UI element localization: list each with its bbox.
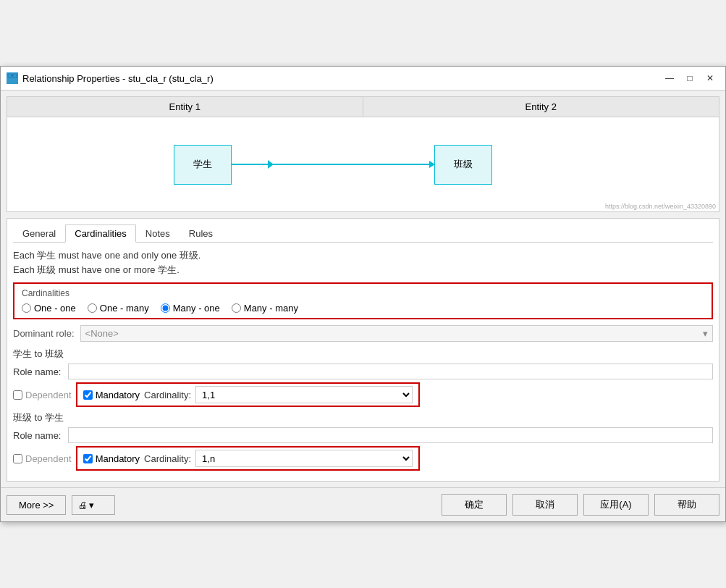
section2-mandatory-highlighted: Mandatory Cardinality: 1,n 0,1 1,1 0,n <box>76 446 420 471</box>
dominant-role-row: Dominant role: <None> ▾ <box>13 325 713 342</box>
cancel-button[interactable]: 取消 <box>512 494 578 516</box>
section2-role-name-input[interactable] <box>68 427 713 443</box>
section2-role-label: Role name: <box>13 430 64 441</box>
tab-notes[interactable]: Notes <box>136 224 180 243</box>
dropdown-arrow-icon: ▾ <box>703 328 708 339</box>
section2-dependent-label[interactable]: Dependent <box>13 453 72 464</box>
section2-label: 班级 to 学生 <box>13 411 713 424</box>
dominant-role-value: <None> <box>85 328 119 339</box>
section1-cardinality-field: 1,1 0,1 1,n 0,n <box>195 386 413 403</box>
cardinalities-label: Cardinalities <box>22 288 704 298</box>
content-area: General Cardinalities Notes Rules Each 学… <box>7 218 719 482</box>
entity1-label: 学生 <box>193 158 212 171</box>
radio-one-one[interactable]: One - one <box>22 303 76 314</box>
more-button[interactable]: More >> <box>7 495 66 515</box>
section2-cardinality-field: 1,n 0,1 1,1 0,n <box>195 450 413 467</box>
section1-role-label: Role name: <box>13 366 64 377</box>
title-buttons: — □ ✕ <box>660 71 719 85</box>
apply-button[interactable]: 应用(A) <box>583 494 649 516</box>
dominant-role-label: Dominant role: <box>13 328 75 339</box>
entity2-label: 班级 <box>454 158 473 171</box>
tabs: General Cardinalities Notes Rules <box>13 224 713 243</box>
section2-role-name-row: Role name: <box>13 427 713 443</box>
section2-cardinality-label: Cardinality: <box>144 453 191 464</box>
print-button[interactable]: 🖨 ▾ <box>72 495 115 515</box>
help-button[interactable]: 帮助 <box>654 494 719 516</box>
print-icon: 🖨 <box>78 500 88 511</box>
section2: 班级 to 学生 Role name: Dependent Mandatory … <box>13 411 713 471</box>
tab-rules[interactable]: Rules <box>180 224 222 243</box>
description-line2: Each 班级 must have one or more 学生. <box>13 263 713 277</box>
section1: 学生 to 班级 Role name: Dependent Mandatory … <box>13 348 713 407</box>
cardinalities-box: Cardinalities One - one One - many Many … <box>13 282 713 319</box>
main-window: Relationship Properties - stu_cla_r (stu… <box>0 66 726 522</box>
section2-mandatory-checkbox[interactable] <box>83 454 93 463</box>
watermark: https://blog.csdn.net/weixin_43320890 <box>605 203 716 210</box>
bottom-bar: More >> 🖨 ▾ 确定 取消 应用(A) 帮助 <box>1 487 725 521</box>
section1-cardinality-label: Cardinality: <box>144 390 191 400</box>
section1-mandatory-checkbox[interactable] <box>83 390 93 400</box>
section1-dependent-checkbox[interactable] <box>13 390 22 400</box>
window-title: Relationship Properties - stu_cla_r (stu… <box>22 73 214 84</box>
svg-rect-1 <box>13 74 17 77</box>
section2-dependent-checkbox[interactable] <box>13 454 22 463</box>
dominant-role-dropdown[interactable]: <None> ▾ <box>80 325 713 342</box>
section2-cardinality-select[interactable]: 1,n 0,1 1,1 0,n <box>195 450 413 467</box>
diagram-header: Entity 1 Entity 2 <box>7 97 719 117</box>
section1-role-name-input[interactable] <box>68 364 713 379</box>
cardinality-radio-group: One - one One - many Many - one Many - m… <box>22 303 704 314</box>
section1-mandatory-highlighted: Mandatory Cardinality: 1,1 0,1 1,n 0,n <box>76 382 420 407</box>
diagram-canvas: 学生 班级 https://blog.csdn.net/weixin_43320… <box>7 117 719 211</box>
radio-one-many[interactable]: One - many <box>88 303 149 314</box>
section1-role-name-row: Role name: <box>13 364 713 379</box>
dropdown-arrow-icon: ▾ <box>89 500 94 511</box>
radio-many-many[interactable]: Many - many <box>232 303 298 314</box>
section1-label: 学生 to 班级 <box>13 348 713 361</box>
diagram-area: Entity 1 Entity 2 学生 班级 https://blog.csd… <box>7 96 719 212</box>
entity1-box: 学生 <box>174 145 232 185</box>
window-icon <box>7 72 18 84</box>
tab-general[interactable]: General <box>13 224 65 243</box>
description: Each 学生 must have one and only one 班级. E… <box>13 248 713 277</box>
relationship-arrow <box>232 164 434 165</box>
confirm-button[interactable]: 确定 <box>442 494 507 516</box>
title-bar: Relationship Properties - stu_cla_r (stu… <box>1 67 725 91</box>
entity2-box: 班级 <box>434 145 492 185</box>
section1-cardinality-select[interactable]: 1,1 0,1 1,n 0,n <box>195 386 413 403</box>
minimize-button[interactable]: — <box>660 71 679 85</box>
section1-mandatory-row: Dependent Mandatory Cardinality: 1,1 0,1… <box>13 382 713 407</box>
title-bar-left: Relationship Properties - stu_cla_r (stu… <box>7 72 214 84</box>
entity2-header: Entity 2 <box>363 97 719 117</box>
svg-rect-0 <box>8 74 12 77</box>
section2-mandatory-row: Dependent Mandatory Cardinality: 1,n 0,1… <box>13 446 713 471</box>
tab-cardinalities[interactable]: Cardinalities <box>65 224 136 243</box>
section1-mandatory-label[interactable]: Mandatory <box>83 390 140 400</box>
close-button[interactable]: ✕ <box>701 71 719 85</box>
entity1-header: Entity 1 <box>7 97 363 117</box>
maximize-button[interactable]: □ <box>680 71 699 85</box>
section1-dependent-label[interactable]: Dependent <box>13 390 72 400</box>
description-line1: Each 学生 must have one and only one 班级. <box>13 248 713 263</box>
section2-mandatory-label[interactable]: Mandatory <box>83 453 140 464</box>
radio-many-one[interactable]: Many - one <box>161 303 220 314</box>
